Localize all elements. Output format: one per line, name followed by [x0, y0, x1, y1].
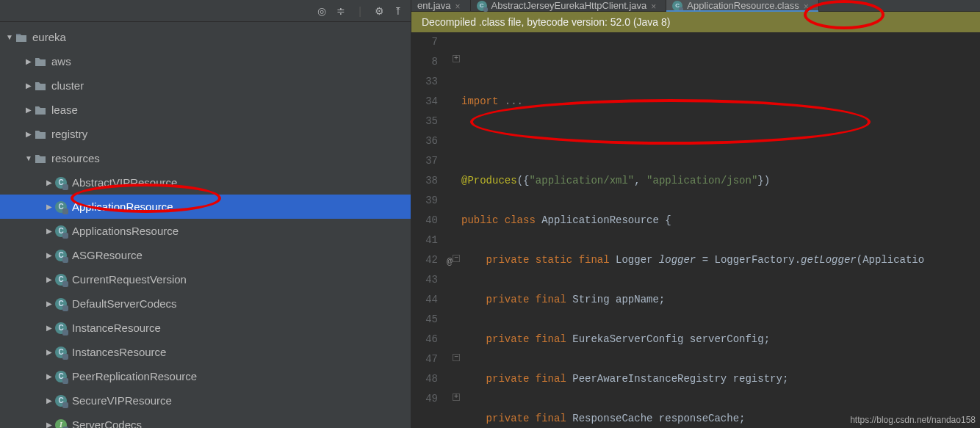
- chevron-right-icon[interactable]: [44, 421, 54, 428]
- fold-icon[interactable]: +: [453, 55, 460, 62]
- tree-node-class[interactable]: C DefaultServerCodecs: [0, 291, 411, 316]
- sidebar-toolbar: ◎ ≑ | ⚙ ⤒: [0, 0, 411, 22]
- tree-node-class[interactable]: C SecureVIPResource: [0, 388, 411, 413]
- class-icon: C: [54, 200, 68, 214]
- folder-icon: [34, 128, 47, 141]
- tree-label: ServerCodecs: [72, 418, 142, 428]
- code-editor[interactable]: 7 8 33 34 35 36 37 38 39 40 41 42 43 44 …: [411, 32, 980, 428]
- tree-label: lease: [51, 104, 78, 116]
- chevron-right-icon[interactable]: [44, 178, 54, 186]
- hide-icon[interactable]: ⤒: [392, 4, 405, 18]
- tree-node-class[interactable]: C InstanceResource: [0, 316, 411, 340]
- tab-label: AbstractJerseyEurekaHttpClient.java: [491, 0, 647, 11]
- tree-node-aws[interactable]: aws: [0, 49, 411, 73]
- chevron-right-icon[interactable]: [44, 348, 54, 356]
- editor-tabs: ent.java × C AbstractJerseyEurekaHttpCli…: [411, 0, 980, 12]
- tab-file-active[interactable]: C ApplicationResource.class ×: [666, 0, 818, 11]
- class-icon: C: [54, 176, 68, 189]
- chevron-right-icon[interactable]: [44, 227, 54, 235]
- code-line: private final String appName;: [461, 290, 980, 310]
- tree-node-class-selected[interactable]: C ApplicationResource: [0, 195, 411, 219]
- folder-icon: [34, 104, 47, 117]
- chevron-right-icon[interactable]: [44, 251, 54, 259]
- code-line: @Produces({"application/xml", "applicati…: [461, 171, 980, 191]
- tree-label: SecureVIPResource: [72, 394, 172, 407]
- tree-node-interface[interactable]: I ServerCodecs: [0, 413, 411, 428]
- class-icon: C: [54, 273, 68, 286]
- tree-label: ASGResource: [72, 249, 143, 261]
- tree-node-class[interactable]: C CurrentRequestVersion: [0, 267, 411, 291]
- tree-label: CurrentRequestVersion: [72, 273, 187, 286]
- code-line: private final EurekaServerConfig serverC…: [461, 330, 980, 349]
- target-icon[interactable]: ◎: [315, 4, 328, 18]
- chevron-down-icon[interactable]: [24, 154, 34, 162]
- chevron-right-icon[interactable]: [24, 130, 34, 138]
- code-line: public class ApplicationResource {: [461, 211, 980, 231]
- tree-label: DefaultServerCodecs: [72, 297, 177, 310]
- watermark: https://blog.csdn.net/nandao158: [850, 415, 976, 425]
- code-line: import ...: [461, 92, 980, 112]
- class-icon: C: [672, 1, 682, 11]
- tree-label: PeerReplicationResource: [72, 370, 197, 382]
- close-icon[interactable]: ×: [455, 1, 464, 10]
- tree-label: cluster: [51, 79, 84, 92]
- line-numbers: 7 8 33 34 35 36 37 38 39 40 41 42 43 44 …: [411, 32, 445, 428]
- chevron-right-icon[interactable]: [44, 300, 54, 308]
- code-line: [461, 52, 980, 72]
- tree-node-registry[interactable]: registry: [0, 122, 411, 146]
- tree-node-class[interactable]: C PeerReplicationResource: [0, 364, 411, 388]
- tab-label: ent.java: [417, 0, 451, 11]
- chevron-down-icon[interactable]: [4, 33, 15, 41]
- gear-icon[interactable]: ⚙: [372, 4, 386, 18]
- folder-icon: [34, 55, 47, 68]
- chevron-right-icon[interactable]: [24, 57, 34, 65]
- fold-icon[interactable]: +: [453, 393, 460, 401]
- flatten-icon[interactable]: ≑: [334, 4, 347, 18]
- tab-label: ApplicationResource.class: [687, 0, 799, 11]
- tree-node-class[interactable]: C AbstractVIPResource: [0, 170, 411, 195]
- class-icon: C: [54, 346, 68, 359]
- tree-node-lease[interactable]: lease: [0, 98, 411, 122]
- chevron-right-icon[interactable]: [44, 372, 54, 380]
- project-tree[interactable]: eureka aws cluster lease registry: [0, 22, 411, 428]
- class-icon: C: [54, 225, 68, 238]
- tab-file[interactable]: ent.java ×: [411, 0, 471, 11]
- chevron-right-icon[interactable]: [44, 324, 54, 332]
- tree-node-class[interactable]: C ASGResource: [0, 243, 411, 267]
- tree-label: ApplicationsResource: [72, 225, 179, 237]
- code-content[interactable]: import ... @Produces({"application/xml",…: [461, 32, 980, 428]
- interface-icon: I: [54, 418, 68, 429]
- tree-node-eureka[interactable]: eureka: [0, 25, 411, 49]
- class-icon: C: [54, 370, 68, 383]
- gutter-markers: + @ − − +: [445, 32, 461, 428]
- folder-icon: [34, 152, 47, 165]
- chevron-right-icon[interactable]: [44, 396, 54, 405]
- editor-pane: ent.java × C AbstractJerseyEurekaHttpCli…: [411, 0, 980, 428]
- chevron-right-icon[interactable]: [44, 203, 54, 211]
- code-line: private static final Logger logger = Log…: [461, 250, 980, 270]
- fold-icon[interactable]: −: [453, 255, 460, 262]
- tree-label: resources: [51, 152, 100, 164]
- tree-node-cluster[interactable]: cluster: [0, 73, 411, 98]
- chevron-right-icon[interactable]: [24, 106, 34, 114]
- class-icon: C: [54, 249, 68, 262]
- tree-node-resources[interactable]: resources: [0, 146, 411, 170]
- project-sidebar: ◎ ≑ | ⚙ ⤒ eureka aws cluster: [0, 0, 411, 428]
- tree-label: InstanceResource: [72, 322, 161, 334]
- tree-label: InstancesResource: [72, 346, 166, 358]
- close-icon[interactable]: ×: [651, 1, 660, 10]
- tree-node-class[interactable]: C ApplicationsResource: [0, 219, 411, 243]
- chevron-right-icon[interactable]: [44, 275, 54, 283]
- close-icon[interactable]: ×: [804, 1, 813, 10]
- tab-file[interactable]: C AbstractJerseyEurekaHttpClient.java ×: [471, 0, 667, 11]
- fold-icon[interactable]: −: [453, 354, 460, 361]
- code-line: [461, 131, 980, 151]
- class-icon: C: [477, 1, 487, 11]
- tree-node-class[interactable]: C InstancesResource: [0, 340, 411, 364]
- tree-label: AbstractVIPResource: [72, 176, 177, 189]
- class-icon: C: [54, 394, 68, 407]
- tree-label: eureka: [32, 31, 66, 43]
- chevron-right-icon[interactable]: [24, 81, 34, 90]
- folder-icon: [34, 79, 47, 93]
- class-icon: C: [54, 322, 68, 335]
